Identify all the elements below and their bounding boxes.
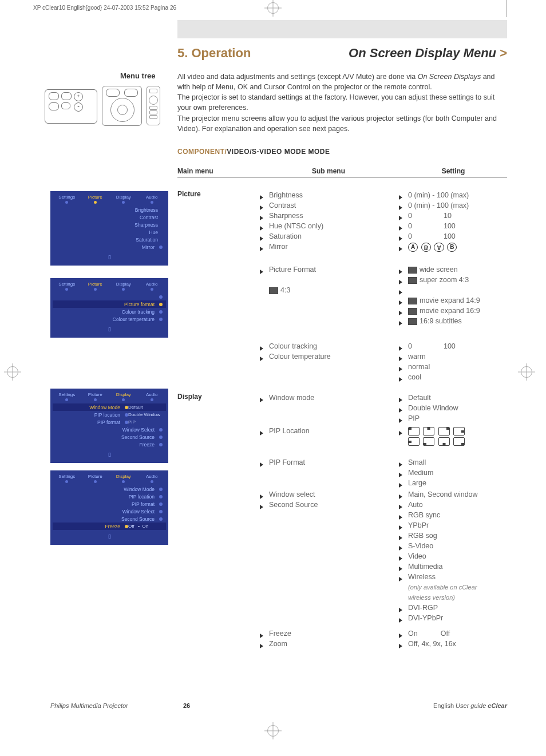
set-pf-medium: Medium (408, 468, 433, 478)
main-display: Display (177, 393, 202, 401)
col-header-main: Main menu (177, 167, 258, 175)
set-colour-tracking: 0100 (408, 341, 456, 351)
sub-saturation: Saturation (269, 231, 323, 242)
osd-tab-display: Display (109, 392, 138, 397)
set-169: movie expand 16:9 (408, 306, 480, 316)
set-freeze-on: On (408, 630, 418, 638)
osd-panel-display-1: Settings Picture Display Audio Window Mo… (50, 389, 168, 463)
set-hue-0: 0 (408, 222, 412, 230)
sub-4-3-label: 4:3 (280, 286, 290, 294)
set-wm-default: Default (408, 393, 458, 403)
battery-icon: ▯ (53, 326, 166, 332)
projector-illustration: + - (45, 86, 162, 126)
mirror-b-icon: B (421, 243, 431, 252)
set-cool: cool (408, 372, 456, 382)
set-ss-auto: Auto (408, 500, 478, 510)
set-pip-location (408, 426, 466, 446)
set-ss-ypbpr: YPbPr (408, 520, 478, 531)
set-pip-loc-row2 (408, 436, 466, 446)
set-149: movie expand 14:9 (408, 295, 480, 306)
sub-contrast: Contrast (269, 200, 323, 211)
osd-tab-picture: Picture (81, 392, 110, 397)
page-edge-mark (507, 0, 507, 17)
osd-row-window-select: Window Select (56, 427, 159, 433)
set-picture-format: wide screen super zoom 4:3 movie expand … (408, 264, 480, 326)
sub-window-mode: Window mode (269, 393, 314, 403)
sub-pip-format-block: PIP Format (269, 457, 305, 468)
intro-p3: The projector menu screens allow you to … (177, 113, 507, 134)
set-contrast: 0 (min) - 100 (max) (408, 200, 469, 211)
set-sat-100: 100 (444, 232, 456, 240)
osd-tab-settings: Settings (53, 282, 81, 287)
osd-row-second-source: Second Source (56, 516, 159, 522)
mirror-b2-icon: B (447, 243, 457, 252)
osd-row-picture-format: Picture format (56, 302, 159, 307)
intro-p1b: On Screen Displays (418, 73, 481, 81)
set-ss-dvirgp: DVI-RGP (408, 603, 478, 613)
pip-tc-icon (423, 427, 434, 436)
sub-pip-location: PIP Location (269, 426, 310, 436)
pip-bl-icon (423, 437, 434, 446)
set-warm: warm (408, 351, 456, 362)
sub-picture-format-block: Picture Format 4:3 (269, 264, 316, 295)
osd-tab-audio: Audio (138, 392, 167, 397)
sub-picture-format: Picture Format (269, 264, 316, 275)
pip-mr-icon (453, 427, 465, 436)
set-empty (408, 285, 480, 295)
battery-icon: ▯ (53, 533, 166, 539)
section-heading-component: COMPONENT/VIDEO/S-VIDEO MODE MODE (177, 148, 330, 156)
set-ss-rgbsog: RGB sog (408, 531, 478, 541)
set-normal: normal (408, 362, 456, 372)
osd-tab-audio: Audio (138, 474, 167, 479)
osd-row-second-source: Second Source (56, 434, 159, 440)
set-saturation: 0100 (408, 231, 469, 242)
set-hue-100: 100 (444, 222, 456, 230)
section-heading-gold: COMPONENT/ (177, 148, 227, 156)
sub-pip-format: PIP Format (269, 457, 305, 468)
intro-p2: The projector is set to standard setting… (177, 92, 507, 113)
section-title-text: On Screen Display Menu (349, 46, 496, 60)
osd-tab-display: Display (109, 195, 138, 200)
footer-page: 26 (183, 702, 190, 709)
osd-tab-audio: Audio (138, 195, 167, 200)
set-sat-0: 0 (408, 232, 412, 240)
set-ss-svideo: S-Video (408, 541, 478, 551)
set-window-sources: Main, Second window Auto RGB sync YPbPr … (408, 489, 478, 623)
osd-panel-display-2: Settings Picture Display Audio Window Mo… (50, 470, 168, 545)
pf-169sub-icon (408, 318, 417, 325)
intro-p1a: All video and data adjustments and setti… (177, 73, 418, 81)
osd-val-off: Off (128, 524, 134, 529)
header-strip (177, 20, 507, 38)
osd-row-window-mode: Window Mode (56, 486, 159, 492)
section-title: On Screen Display Menu > (349, 46, 507, 61)
chevron-right-icon: > (500, 46, 507, 60)
pip-tl-icon (408, 427, 420, 436)
set-169sub: 16:9 subtitles (408, 316, 480, 326)
footer-model: cClear (488, 702, 507, 709)
battery-icon: ▯ (53, 254, 166, 260)
crop-mark-bottom (267, 725, 279, 737)
set-sharpness-10: 10 (444, 212, 452, 220)
sub-picture-block: Brightness Contrast Sharpness Hue (NTSC … (269, 190, 323, 252)
osd-tab-settings: Settings (53, 474, 81, 479)
osd-val-double: Double Window (128, 412, 163, 417)
osd-row-brightness: Brightness (56, 207, 163, 213)
osd-row-window-select: Window Select (56, 509, 159, 514)
footer-lang: English (433, 702, 454, 709)
print-header: XP cClear10 English{good} 24-07-2003 15:… (33, 5, 176, 11)
set-hue: 0100 (408, 221, 469, 231)
osd-row-sharpness: Sharpness (56, 222, 163, 228)
osd-row-hue: Hue (56, 229, 163, 235)
footer-guide: User guide (456, 702, 486, 709)
osd-row-mirror: Mirror (56, 244, 159, 250)
osd-tab-display: Display (109, 474, 138, 479)
set-149-label: movie expand 14:9 (420, 296, 480, 304)
projector-body-icon: + - (45, 89, 97, 124)
set-ss-multimedia: Multimedia (408, 561, 478, 572)
osd-row-saturation: Saturation (56, 237, 163, 243)
osd-tab-display: Display (109, 282, 138, 287)
pf-superzoom-icon (408, 277, 417, 284)
set-ws: Main, Second window (408, 489, 478, 500)
chapter-title: 5. Operation (177, 46, 251, 61)
pf-wide-icon (408, 267, 417, 274)
